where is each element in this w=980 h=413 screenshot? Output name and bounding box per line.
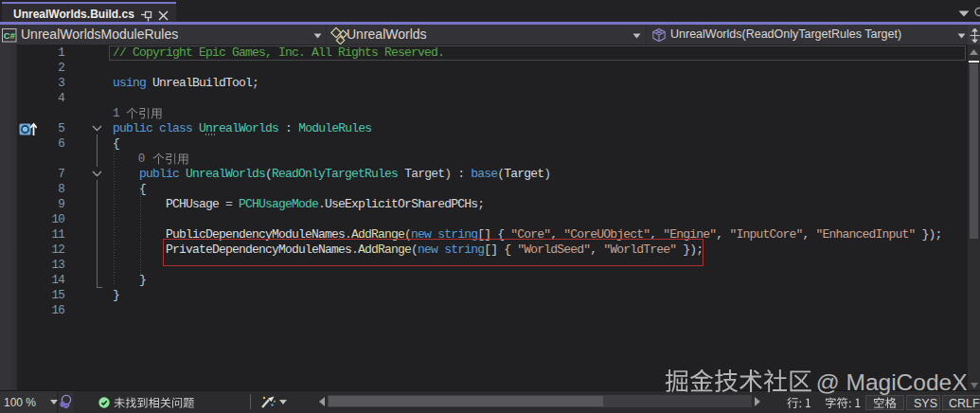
svg-text:C#: C#	[4, 30, 16, 41]
